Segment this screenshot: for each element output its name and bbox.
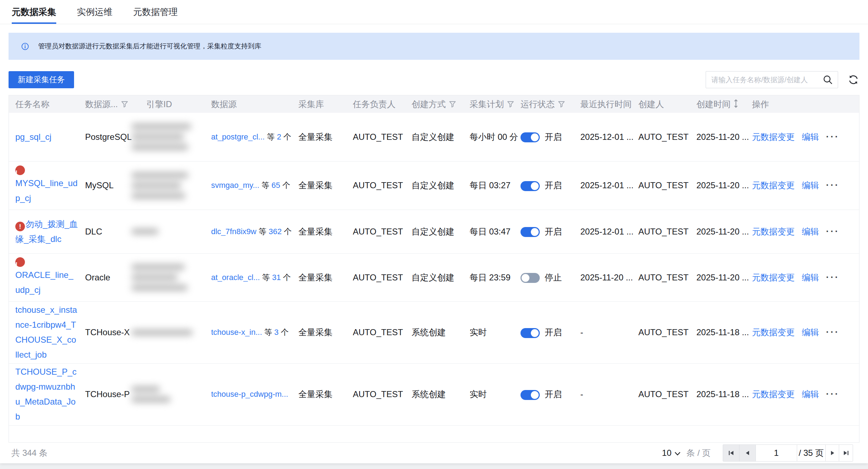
- metadata-change-link[interactable]: 元数据变更: [752, 273, 795, 282]
- column-header-9[interactable]: 运行状态: [516, 95, 575, 113]
- engine-id-cell: [141, 210, 206, 253]
- more-actions-button[interactable]: ···: [826, 272, 840, 283]
- datasource-count-link[interactable]: 65: [272, 181, 280, 190]
- plan-cell: 实时: [465, 363, 516, 425]
- search-icon[interactable]: [822, 74, 833, 85]
- filter-icon[interactable]: [558, 100, 565, 108]
- more-actions-button[interactable]: ···: [826, 226, 840, 237]
- page-size-select[interactable]: 10: [662, 448, 683, 458]
- task-name-cell: !ORACLE_line_udp_cj: [9, 253, 80, 301]
- actions-cell: 元数据变更编辑···: [747, 161, 859, 210]
- prev-page-button[interactable]: [739, 445, 756, 461]
- last-page-button[interactable]: [839, 445, 853, 461]
- filter-icon[interactable]: [449, 100, 456, 108]
- status-cell: 开启: [516, 301, 575, 363]
- create-mode-cell: 自定义创建: [407, 113, 465, 161]
- status-toggle[interactable]: [521, 181, 540, 191]
- owner-cell: AUTO_TEST: [348, 161, 407, 210]
- metadata-change-link[interactable]: 元数据变更: [752, 327, 795, 337]
- column-header-2[interactable]: 数据源...: [80, 95, 141, 113]
- task-name-link[interactable]: TCHOUSE_P_cdwpg-mwuznbhu_MetaData_Job: [15, 367, 77, 421]
- filter-icon[interactable]: [121, 100, 129, 108]
- status-label: 开启: [545, 180, 562, 190]
- edit-link[interactable]: 编辑: [802, 389, 819, 399]
- more-actions-button[interactable]: ···: [826, 131, 840, 142]
- table-row: pg_sql_cjPostgreSQLat_postgre_cl... 等 2 …: [9, 113, 859, 161]
- column-header-12[interactable]: 创建时间: [691, 95, 747, 113]
- search-input[interactable]: [706, 71, 838, 88]
- metadata-change-link[interactable]: 元数据变更: [752, 180, 795, 190]
- datasource-link[interactable]: tchouse-p_cdwpg-m...: [211, 390, 288, 399]
- owner-cell: AUTO_TEST: [348, 210, 407, 253]
- status-toggle[interactable]: [521, 390, 540, 400]
- status-cell: 停止: [516, 253, 575, 301]
- datasource-link[interactable]: tchouse-x_in...: [211, 328, 262, 337]
- tab-1[interactable]: 元数据采集: [12, 0, 56, 24]
- creator-cell: AUTO_TEST: [633, 301, 691, 363]
- creator-cell: AUTO_TEST: [633, 253, 691, 301]
- refresh-icon[interactable]: [847, 74, 859, 86]
- column-header-6: 任务负责人: [348, 95, 407, 113]
- next-page-button[interactable]: [826, 445, 839, 461]
- tab-3[interactable]: 元数据管理: [133, 0, 178, 24]
- page-input-seg: [756, 445, 797, 461]
- datasource-link[interactable]: svmgao_my...: [211, 181, 259, 190]
- datasource-count-link[interactable]: 31: [272, 273, 281, 282]
- table-row: TCHOUSE_P_cdwpg-mwuznbhu_MetaData_JobTCH…: [9, 363, 859, 425]
- edit-link[interactable]: 编辑: [802, 180, 819, 190]
- edit-link[interactable]: 编辑: [802, 132, 819, 142]
- more-actions-button[interactable]: ···: [826, 389, 840, 399]
- actions-cell: 元数据变更编辑···: [747, 253, 859, 301]
- status-toggle[interactable]: [521, 227, 540, 237]
- total-pages: / 35 页: [797, 445, 826, 461]
- engine-id-cell: [141, 363, 206, 425]
- metadata-change-link[interactable]: 元数据变更: [752, 132, 795, 142]
- last-run-cell: -: [575, 301, 633, 363]
- create-mode-cell: 自定义创建: [407, 253, 465, 301]
- status-toggle[interactable]: [521, 132, 540, 142]
- create-task-button[interactable]: 新建采集任务: [9, 71, 74, 88]
- engine-id-cell: [141, 301, 206, 363]
- actions-cell: 元数据变更编辑···: [747, 363, 859, 425]
- task-name-link[interactable]: tchouse_x_instance-1cribpw4_TCHOUSE_X_co…: [15, 305, 77, 359]
- engine-id-cell: [141, 113, 206, 161]
- more-actions-button[interactable]: ···: [826, 327, 840, 337]
- metadata-change-link[interactable]: 元数据变更: [752, 389, 795, 399]
- task-name-link[interactable]: 勿动_拨测_血缘_采集_dlc: [15, 219, 78, 244]
- task-name-cell: pg_sql_cj: [9, 113, 80, 161]
- collect-db-cell: 全量采集: [293, 363, 348, 425]
- error-icon: !: [15, 257, 25, 267]
- status-toggle[interactable]: [521, 328, 540, 338]
- datasource-count-link[interactable]: 3: [274, 328, 278, 337]
- edit-link[interactable]: 编辑: [802, 227, 819, 236]
- datasource-count-link[interactable]: 2: [277, 132, 281, 141]
- datasource-link[interactable]: at_postgre_cl...: [211, 132, 265, 141]
- page-number-input[interactable]: [756, 445, 797, 461]
- status-toggle[interactable]: [521, 273, 540, 283]
- filter-icon[interactable]: [507, 100, 514, 108]
- column-header-7[interactable]: 创建方式: [407, 95, 465, 113]
- task-name-link[interactable]: MYSQL_line_udp_cj: [15, 178, 78, 203]
- datasource-link[interactable]: at_oracle_cl...: [211, 273, 260, 282]
- more-actions-button[interactable]: ···: [826, 180, 840, 190]
- task-name-cell: tchouse_x_instance-1cribpw4_TCHOUSE_X_co…: [9, 301, 80, 363]
- datasource-link[interactable]: dlc_7fn8ix9w: [211, 227, 256, 236]
- status-cell: 开启: [516, 363, 575, 425]
- task-name-link[interactable]: ORACLE_line_udp_cj: [15, 270, 73, 295]
- task-name-link[interactable]: pg_sql_cj: [15, 132, 51, 142]
- task-name-cell: !MYSQL_line_udp_cj: [9, 161, 80, 210]
- edit-link[interactable]: 编辑: [802, 327, 819, 337]
- error-icon: !: [15, 222, 25, 231]
- metadata-change-link[interactable]: 元数据变更: [752, 227, 795, 236]
- datasource-count-link[interactable]: 362: [268, 227, 282, 236]
- datasource-cell: tchouse-p_cdwpg-m...: [206, 363, 293, 425]
- edit-link[interactable]: 编辑: [802, 273, 819, 282]
- engine-id-blurred: [131, 172, 201, 199]
- table-row: tchouse_x_instance-1cribpw4_TCHOUSE_X_co…: [9, 301, 859, 363]
- pagination-footer: 共 344 条 10 条 / 页 / 35 页: [0, 442, 868, 463]
- owner-cell: AUTO_TEST: [348, 363, 407, 425]
- tab-2[interactable]: 实例运维: [77, 0, 113, 24]
- column-header-8[interactable]: 采集计划: [465, 95, 516, 113]
- first-page-button[interactable]: [723, 445, 739, 461]
- sort-icon[interactable]: [733, 99, 738, 108]
